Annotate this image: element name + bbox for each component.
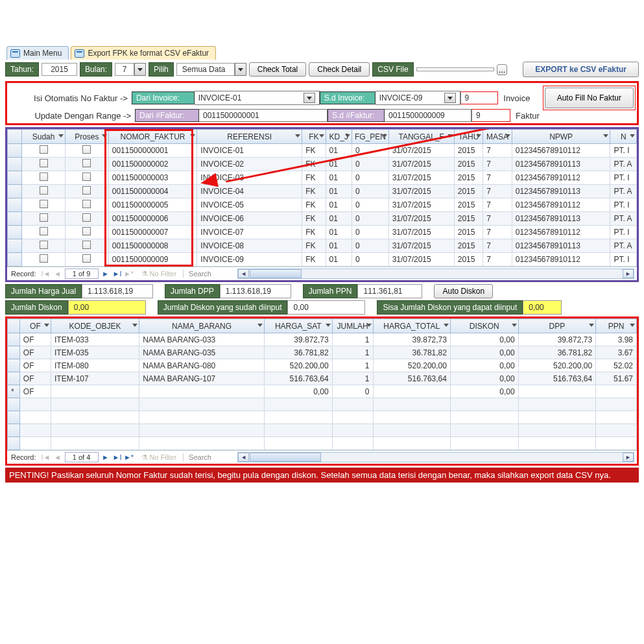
table-row[interactable]: 0011500000008INVOICE-08FK01031/07/201520… <box>8 239 637 253</box>
no-filter-label[interactable]: ⚗No Filter <box>135 453 184 462</box>
update-range-label: Update Dengan Range -> <box>8 111 135 121</box>
dari-faktur-label: Dari #Faktur: <box>135 109 199 122</box>
nav-next-button[interactable]: ► <box>100 451 112 463</box>
column-header[interactable]: MASA <box>483 130 512 144</box>
check-detail-button[interactable]: Check Detail <box>309 62 370 77</box>
jumlah-diskon-label: Jumlah Diskon <box>5 300 68 315</box>
column-header[interactable]: HARGA_SAT <box>264 319 332 333</box>
column-header[interactable]: Sudah <box>22 130 66 144</box>
csv-file-path[interactable] <box>416 67 494 71</box>
proses-checkbox[interactable] <box>82 145 91 154</box>
proses-checkbox[interactable] <box>82 254 91 263</box>
sd-faktur-input[interactable]: 0011500000009 <box>385 109 471 122</box>
column-header[interactable]: FG_PEN <box>352 130 388 144</box>
table-row[interactable]: OFITEM-107NAMA BARANG-107516.763,641516.… <box>8 372 637 385</box>
auto-diskon-button[interactable]: Auto Diskon <box>434 284 493 298</box>
faktur-grid-frame: SudahProsesNOMOR_FAKTURREFERENSIFKKD_JFG… <box>5 127 639 282</box>
warning-footer: PENTING! Pastikan seluruh Nomor Faktur s… <box>5 468 639 483</box>
jumlah-harga-jual-label: Jumlah Harga Jual <box>5 284 82 298</box>
sudah-checkbox[interactable] <box>40 241 48 249</box>
table-row[interactable]: 0011500000005INVOICE-05FK01031/07/201520… <box>8 198 637 212</box>
item-grid[interactable]: OFKODE_OBJEKNAMA_BARANGHARGA_SATJUMLAHHA… <box>7 318 637 450</box>
pilih-select[interactable]: Semua Data <box>176 63 235 76</box>
column-header[interactable]: NOMOR_FAKTUR <box>108 130 197 144</box>
search-input[interactable]: Search <box>183 270 235 278</box>
column-header[interactable]: OF <box>19 319 51 333</box>
sd-invoice-select[interactable]: INVOICE-09 <box>376 91 460 105</box>
proses-checkbox[interactable] <box>82 159 91 167</box>
sudah-checkbox[interactable] <box>40 213 48 222</box>
auto-fill-button[interactable]: Auto Fill No Faktur <box>545 88 634 108</box>
table-row[interactable]: OFITEM-033NAMA BARANG-03339.872,73139.87… <box>8 333 637 346</box>
column-header[interactable]: DISKON <box>450 319 518 333</box>
table-row[interactable]: 0011500000001INVOICE-01FK01031/07/201520… <box>8 144 637 158</box>
tahun-value[interactable]: 2015 <box>42 63 77 76</box>
table-row[interactable]: 0011500000003INVOICE-03FK01031/07/201520… <box>8 171 637 185</box>
nav-last-button[interactable]: ►I <box>112 268 123 280</box>
isi-otomatis-label: Isi Otomatis No Faktur -> <box>8 93 132 103</box>
column-header[interactable]: KODE_OBJEK <box>51 319 139 333</box>
column-header[interactable]: PPN <box>596 319 637 333</box>
faktur-count-input[interactable]: 9 <box>471 109 510 122</box>
sudah-checkbox[interactable] <box>40 159 48 167</box>
tab-main-menu[interactable]: Main Menu <box>6 46 69 60</box>
bulan-dropdown-button[interactable] <box>134 63 146 76</box>
export-csv-button[interactable]: EXPORT ke CSV eFaktur <box>523 62 639 77</box>
table-row[interactable]: 0011500000009INVOICE-09FK01031/07/201520… <box>8 253 637 267</box>
tab-export-fpk[interactable]: Export FPK ke format CSV eFaktur <box>71 46 216 60</box>
column-header[interactable]: N <box>610 130 637 144</box>
nav-prev-button[interactable]: ◄ <box>52 451 64 463</box>
proses-checkbox[interactable] <box>82 200 91 208</box>
column-header[interactable]: NPWP <box>512 130 610 144</box>
invoice-count-input[interactable]: 9 <box>460 91 499 104</box>
proses-checkbox[interactable] <box>82 186 91 195</box>
sudah-checkbox[interactable] <box>40 186 48 195</box>
table-row[interactable]: 0011500000004INVOICE-04FK01031/07/201520… <box>8 185 637 198</box>
pilih-dropdown-button[interactable] <box>235 63 246 76</box>
column-header[interactable]: FK <box>302 130 326 144</box>
table-row[interactable]: 0011500000007INVOICE-07FK01031/07/201520… <box>8 226 637 239</box>
no-filter-label[interactable]: ⚗No Filter <box>135 270 184 278</box>
column-header[interactable]: NAMA_BARANG <box>139 319 265 333</box>
horizontal-scrollbar[interactable]: ◄► <box>237 452 634 462</box>
column-header[interactable]: REFERENSI <box>197 130 302 144</box>
dari-invoice-dropdown-button[interactable] <box>304 93 315 103</box>
horizontal-scrollbar[interactable]: ◄► <box>237 268 634 279</box>
sudah-checkbox[interactable] <box>40 227 48 235</box>
nav-first-button[interactable]: I◄ <box>40 268 52 280</box>
nav-prev-button[interactable]: ◄ <box>52 268 64 280</box>
search-input[interactable]: Search <box>183 453 235 461</box>
column-header[interactable]: KD_J <box>326 130 352 144</box>
dari-faktur-input[interactable]: 0011500000001 <box>199 109 328 122</box>
table-row[interactable]: 0011500000006INVOICE-06FK01031/07/201520… <box>8 212 637 226</box>
sudah-checkbox[interactable] <box>40 173 48 181</box>
proses-checkbox[interactable] <box>82 213 91 222</box>
column-header[interactable]: Proses <box>66 130 109 144</box>
sudah-checkbox[interactable] <box>40 145 48 154</box>
record-position[interactable]: 1 of 9 <box>65 268 99 279</box>
nav-next-button[interactable]: ► <box>100 268 112 280</box>
nav-new-button[interactable]: ►* <box>123 451 135 463</box>
table-row[interactable]: 0011500000002INVOICE-02FK01031/07/201520… <box>8 158 637 171</box>
nav-new-button[interactable]: ►* <box>123 268 135 280</box>
bulan-value[interactable]: 7 <box>115 63 134 76</box>
table-row[interactable]: OFITEM-035NAMA BARANG-03536.781,82136.78… <box>8 346 637 359</box>
column-header[interactable]: DPP <box>518 319 595 333</box>
nav-last-button[interactable]: ►I <box>112 451 123 463</box>
column-header[interactable]: JUMLAH <box>332 319 373 333</box>
dari-invoice-select[interactable]: INVOICE-01 <box>195 91 320 105</box>
check-total-button[interactable]: Check Total <box>249 62 306 77</box>
nav-first-button[interactable]: I◄ <box>40 451 52 463</box>
proses-checkbox[interactable] <box>82 173 91 181</box>
record-position[interactable]: 1 of 4 <box>65 452 99 462</box>
new-row[interactable]: *OF0,0000,00 <box>8 385 637 398</box>
sd-invoice-dropdown-button[interactable] <box>444 93 456 103</box>
proses-checkbox[interactable] <box>82 227 91 235</box>
faktur-grid[interactable]: SudahProsesNOMOR_FAKTURREFERENSIFKKD_JFG… <box>7 129 637 267</box>
table-row[interactable]: OFITEM-080NAMA BARANG-080520.200,001520.… <box>8 359 637 372</box>
proses-checkbox[interactable] <box>82 241 91 249</box>
sudah-checkbox[interactable] <box>40 254 48 263</box>
column-header[interactable]: HARGA_TOTAL <box>373 319 450 333</box>
csv-browse-button[interactable]: ... <box>497 64 508 75</box>
sudah-checkbox[interactable] <box>40 200 48 208</box>
